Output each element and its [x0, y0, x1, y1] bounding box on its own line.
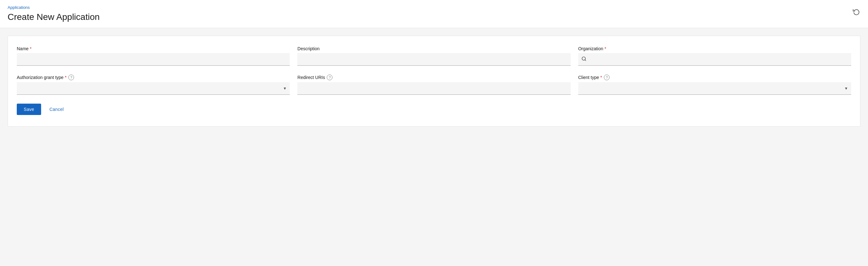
cancel-button[interactable]: Cancel — [48, 104, 65, 115]
form-row-1: Name * Description Organization * — [17, 46, 851, 66]
form-card: Name * Description Organization * — [8, 36, 860, 127]
header: Applications Create New Application — [0, 0, 868, 28]
form-row-2: Authorization grant type * ? Authorizati… — [17, 74, 851, 95]
client-type-help-icon[interactable]: ? — [604, 74, 610, 80]
page-title: Create New Application — [8, 11, 860, 23]
name-label-text: Name — [17, 46, 28, 51]
breadcrumb-link[interactable]: Applications — [8, 5, 30, 10]
client-type-label-text: Client type — [578, 75, 599, 80]
authorization-grant-type-required-star: * — [65, 75, 66, 80]
search-icon — [581, 56, 586, 63]
redirect-uris-input[interactable] — [297, 82, 570, 95]
organization-label-text: Organization — [578, 46, 603, 51]
organization-input[interactable] — [589, 57, 848, 62]
name-input[interactable] — [17, 53, 290, 66]
redirect-uris-field: Redirect URIs ? — [297, 74, 570, 95]
authorization-grant-type-label: Authorization grant type * ? — [17, 74, 290, 80]
history-icon — [853, 8, 860, 15]
name-label: Name * — [17, 46, 290, 51]
organization-required-star: * — [604, 46, 606, 51]
authorization-grant-type-field: Authorization grant type * ? Authorizati… — [17, 74, 290, 95]
client-type-field: Client type * ? Confidential Public ▼ — [578, 74, 851, 95]
client-type-wrapper: Confidential Public ▼ — [578, 82, 851, 95]
client-type-select[interactable]: Confidential Public — [578, 82, 851, 95]
authorization-grant-type-wrapper: Authorization code Implicit Resource own… — [17, 82, 290, 95]
form-actions: Save Cancel — [17, 104, 851, 115]
description-label: Description — [297, 46, 570, 51]
main-content: Name * Description Organization * — [0, 28, 868, 134]
organization-label: Organization * — [578, 46, 851, 51]
svg-line-1 — [585, 60, 586, 61]
redirect-uris-label: Redirect URIs ? — [297, 74, 570, 80]
name-field: Name * — [17, 46, 290, 66]
organization-search-wrapper — [578, 53, 851, 66]
name-required-star: * — [30, 46, 31, 51]
description-field: Description — [297, 46, 570, 66]
history-button[interactable] — [851, 6, 862, 17]
authorization-grant-type-help-icon[interactable]: ? — [68, 74, 74, 80]
description-label-text: Description — [297, 46, 319, 51]
description-input[interactable] — [297, 53, 570, 66]
authorization-grant-type-select[interactable]: Authorization code Implicit Resource own… — [17, 82, 290, 95]
save-button[interactable]: Save — [17, 104, 41, 115]
redirect-uris-label-text: Redirect URIs — [297, 75, 325, 80]
authorization-grant-type-label-text: Authorization grant type — [17, 75, 64, 80]
client-type-required-star: * — [600, 75, 602, 80]
organization-field: Organization * — [578, 46, 851, 66]
client-type-label: Client type * ? — [578, 74, 851, 80]
redirect-uris-help-icon[interactable]: ? — [327, 74, 333, 80]
